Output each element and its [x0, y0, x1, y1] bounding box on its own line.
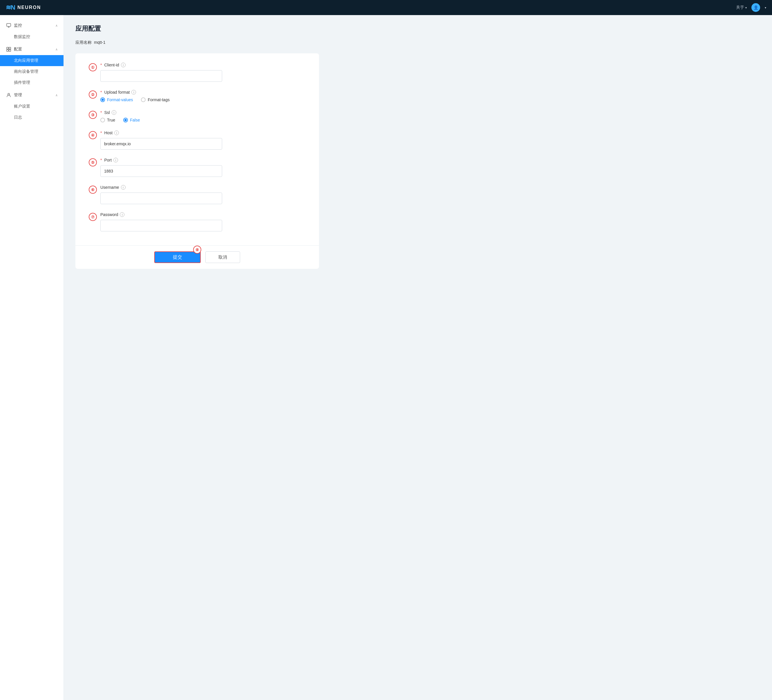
sidebar-item-logs[interactable]: 日志: [0, 112, 64, 123]
about-button[interactable]: 关于 ▾: [736, 5, 747, 10]
svg-rect-3: [7, 49, 8, 51]
format-tags-option[interactable]: Format-tags: [141, 97, 169, 102]
ssl-false-option[interactable]: False: [123, 118, 140, 123]
ssl-true-option[interactable]: True: [100, 118, 115, 123]
app-body: 监控 ∧ 数据监控 配置 ∧ 北向应用管理 南向设备管理: [0, 15, 772, 700]
password-info-icon[interactable]: i: [120, 212, 124, 217]
form-card-body: ① * Client-id i ② * Upload forma: [75, 53, 319, 245]
format-values-radio[interactable]: [100, 97, 105, 102]
step-5-badge: ⑤: [89, 158, 97, 167]
port-info-icon[interactable]: i: [113, 158, 118, 162]
header-right: 关于 ▾ 👤 ▾: [736, 3, 766, 12]
username-info-icon[interactable]: i: [121, 185, 126, 190]
user-icon: 👤: [754, 5, 758, 10]
sidebar: 监控 ∧ 数据监控 配置 ∧ 北向应用管理 南向设备管理: [0, 15, 64, 700]
form-wrapper: ① * Client-id i ② * Upload forma: [86, 63, 309, 231]
admin-icon: [6, 92, 11, 98]
ssl-false-label: False: [130, 118, 140, 123]
username-group: ⑥ Username i: [100, 185, 309, 204]
port-label: * Port i: [100, 158, 309, 162]
format-values-option[interactable]: Format-values: [100, 97, 133, 102]
format-tags-radio[interactable]: [141, 97, 146, 102]
upload-format-group: ② * Upload format i Format-values: [100, 90, 309, 102]
sidebar-item-southbound[interactable]: 南向设备管理: [0, 66, 64, 77]
admin-label: 管理: [14, 93, 56, 98]
app-name-label: 应用名称: [75, 40, 92, 45]
upload-format-label: * Upload format i: [100, 90, 309, 95]
monitor-icon: [6, 23, 11, 28]
submit-button[interactable]: 提交: [154, 252, 201, 263]
ssl-true-label: True: [107, 118, 115, 123]
client-id-input[interactable]: [100, 70, 222, 82]
cancel-button[interactable]: 取消: [205, 252, 240, 263]
logo-text: NEURON: [17, 5, 41, 10]
monitor-collapse-icon: ∧: [56, 24, 58, 28]
host-input[interactable]: [100, 138, 222, 150]
app-name-row: 应用名称 mqtt-1: [75, 40, 761, 45]
user-avatar-button[interactable]: 👤: [751, 3, 760, 12]
svg-rect-4: [9, 49, 11, 51]
app-name-value: mqtt-1: [94, 40, 106, 45]
upload-format-info-icon[interactable]: i: [131, 90, 136, 95]
host-group: ④ * Host i: [100, 131, 309, 150]
footer-buttons-wrap: ⑧ 提交 取消: [154, 252, 240, 263]
host-info-icon[interactable]: i: [114, 131, 119, 135]
client-id-label: * Client-id i: [100, 63, 309, 67]
ssl-label: * Ssl i: [100, 110, 309, 115]
step-8-badge: ⑧: [193, 245, 201, 254]
username-input[interactable]: [100, 193, 222, 204]
client-id-info-icon[interactable]: i: [121, 63, 126, 67]
svg-rect-2: [9, 47, 11, 49]
ssl-radio-group: True False: [100, 118, 309, 123]
step-6-badge: ⑥: [89, 186, 97, 194]
host-label: * Host i: [100, 131, 309, 135]
main-content: 应用配置 应用名称 mqtt-1 ① * Client-id i: [64, 15, 772, 700]
monitor-label: 监控: [14, 23, 56, 28]
app-header: ≋N NEURON 关于 ▾ 👤 ▾: [0, 0, 772, 15]
svg-rect-1: [7, 47, 8, 49]
sidebar-section-monitor-header[interactable]: 监控 ∧: [0, 20, 64, 31]
ssl-false-radio[interactable]: [123, 118, 128, 123]
step-3-badge: ③: [89, 111, 97, 119]
sidebar-section-admin-header[interactable]: 管理 ∧: [0, 89, 64, 101]
step-2-badge: ②: [89, 90, 97, 98]
ssl-group: ③ * Ssl i True: [100, 110, 309, 123]
logo-area: ≋N NEURON: [6, 4, 41, 11]
port-input[interactable]: [100, 165, 222, 177]
header-chevron-button[interactable]: ▾: [765, 6, 766, 9]
step-1-badge: ①: [89, 63, 97, 71]
password-group: ⑦ Password i: [100, 212, 309, 231]
svg-point-5: [8, 93, 10, 95]
config-collapse-icon: ∧: [56, 47, 58, 51]
ssl-info-icon[interactable]: i: [112, 110, 116, 115]
config-icon: [6, 46, 11, 52]
chevron-down-icon: ▾: [745, 6, 747, 9]
logo-icon: ≋N: [6, 4, 15, 11]
ssl-true-radio[interactable]: [100, 118, 105, 123]
port-group: ⑤ * Port i: [100, 158, 309, 177]
upload-format-radio-group: Format-values Format-tags: [100, 97, 309, 102]
sidebar-section-monitor: 监控 ∧ 数据监控: [0, 20, 64, 43]
client-id-group: ① * Client-id i: [100, 63, 309, 82]
sidebar-section-admin: 管理 ∧ 账户设置 日志: [0, 89, 64, 123]
sidebar-item-plugin[interactable]: 插件管理: [0, 77, 64, 88]
format-values-label: Format-values: [107, 97, 133, 102]
sidebar-section-config-header[interactable]: 配置 ∧: [0, 44, 64, 55]
password-label: Password i: [100, 212, 309, 217]
sidebar-item-northbound[interactable]: 北向应用管理: [0, 55, 64, 66]
sidebar-item-data-monitor[interactable]: 数据监控: [0, 31, 64, 43]
config-label: 配置: [14, 47, 56, 52]
username-label: Username i: [100, 185, 309, 190]
step-7-badge: ⑦: [89, 213, 97, 221]
admin-collapse-icon: ∧: [56, 93, 58, 97]
sidebar-section-config: 配置 ∧ 北向应用管理 南向设备管理 插件管理: [0, 44, 64, 88]
password-input[interactable]: [100, 220, 222, 231]
form-card: ① * Client-id i ② * Upload forma: [75, 53, 319, 269]
sidebar-item-account[interactable]: 账户设置: [0, 101, 64, 112]
format-tags-label: Format-tags: [147, 97, 169, 102]
page-title: 应用配置: [75, 25, 761, 33]
form-footer: ⑧ 提交 取消: [75, 245, 319, 269]
chevron-down-icon-right: ▾: [765, 6, 766, 9]
step-4-badge: ④: [89, 131, 97, 139]
svg-rect-0: [7, 23, 11, 26]
